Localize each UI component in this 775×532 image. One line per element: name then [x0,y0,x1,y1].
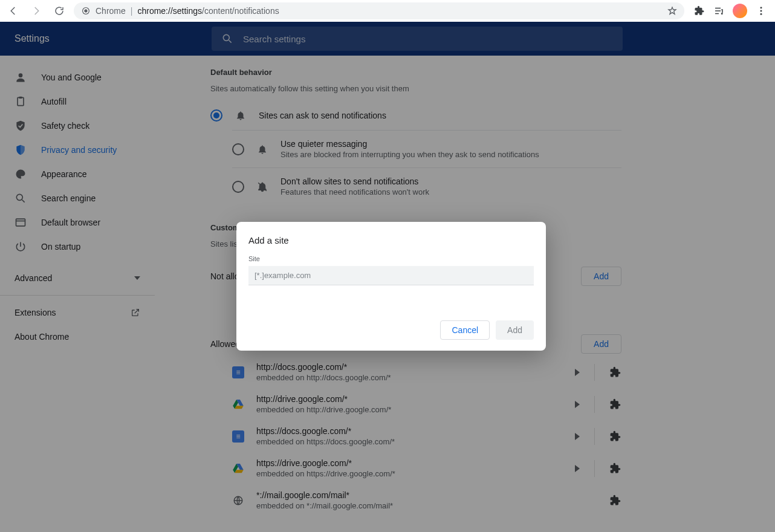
forward-button[interactable] [28,2,45,19]
menu-icon[interactable] [756,5,767,16]
svg-point-3 [760,7,762,8]
cancel-button[interactable]: Cancel [440,320,490,340]
omnibox-chrome-label: Chrome [96,6,126,16]
bookmark-star-icon[interactable] [667,6,677,16]
address-bar[interactable]: Chrome | chrome://settings/content/notif… [74,2,684,19]
svg-point-4 [760,10,762,12]
site-info-icon [81,6,91,16]
add-button[interactable]: Add [496,320,534,340]
browser-toolbar: Chrome | chrome://settings/content/notif… [0,0,775,22]
back-button[interactable] [5,2,22,19]
omnibox-url-origin: chrome://settings [137,6,202,16]
profile-avatar[interactable] [733,4,747,18]
omnibox-url-path: /content/notifications [202,6,279,16]
toolbar-right [690,4,770,18]
reload-button[interactable] [51,2,68,19]
svg-point-5 [760,13,762,15]
dialog-title: Add a site [248,235,534,245]
extensions-icon[interactable] [694,5,705,16]
svg-point-2 [84,9,87,12]
dialog-field-label: Site [248,255,534,262]
media-control-icon[interactable] [713,5,724,16]
site-url-input[interactable] [248,266,534,285]
add-site-dialog: Add a site Site Cancel Add [236,222,546,351]
